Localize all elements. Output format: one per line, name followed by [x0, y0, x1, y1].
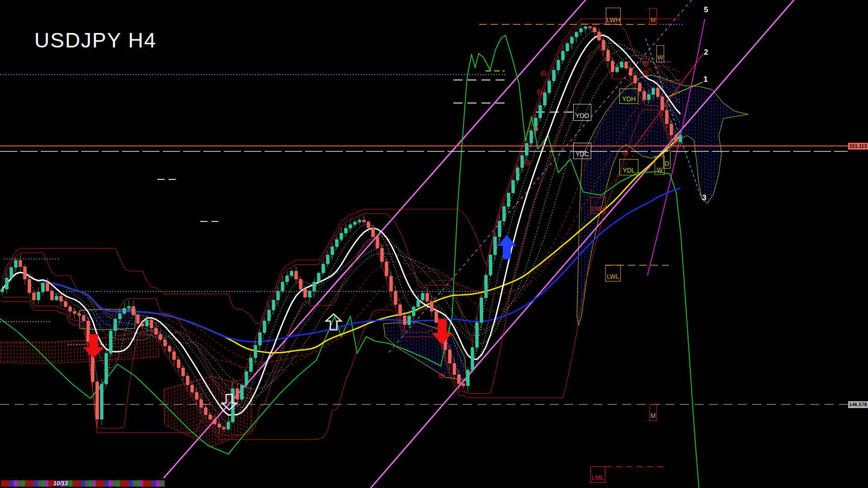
strip-block — [1, 480, 10, 487]
level-label-ydc-5[interactable]: YDC — [573, 143, 591, 159]
strip-block — [72, 480, 81, 487]
strip-block — [164, 480, 165, 487]
chart-canvas[interactable] — [0, 0, 868, 488]
level-label-m-11[interactable]: M — [649, 404, 657, 421]
level-label-m-1[interactable]: M — [649, 8, 657, 25]
strip-block — [10, 480, 14, 487]
strip-block — [34, 480, 38, 487]
strip-block — [69, 480, 72, 487]
strip-block — [45, 480, 48, 487]
signal-strip-label: 10/13 — [53, 480, 68, 487]
wave-number-2: 2 — [704, 48, 708, 57]
signal-pattern-strip — [1, 480, 165, 487]
level-label-lmh-9[interactable]: LMH — [590, 197, 605, 214]
strip-block — [108, 480, 112, 487]
lower-price-badge: 146.578 — [848, 401, 868, 408]
strip-block — [105, 480, 108, 487]
strip-block — [129, 480, 132, 487]
level-label-d-8[interactable]: D — [663, 150, 670, 169]
strip-block — [96, 480, 105, 487]
chart-window: USDJPY H4 151.113 146.578 10/13 LWHMWYDH… — [0, 0, 868, 488]
strip-block — [112, 480, 117, 487]
strip-block — [120, 480, 129, 487]
strip-block — [89, 480, 92, 487]
strip-block — [137, 480, 140, 487]
level-label-w-2[interactable]: W — [656, 45, 664, 62]
level-label-ydh-3[interactable]: YDH — [619, 89, 638, 104]
level-label-lml-12[interactable]: LML — [590, 466, 605, 483]
strip-block — [156, 480, 160, 487]
strip-block — [81, 480, 85, 487]
strip-block — [42, 480, 45, 487]
buy-arrow-icon[interactable] — [498, 235, 516, 259]
strip-block — [143, 480, 152, 487]
level-label-lwl-10[interactable]: LWL — [605, 265, 621, 282]
strip-block — [152, 480, 156, 487]
strip-block — [92, 480, 96, 487]
strip-block — [25, 480, 34, 487]
chart-symbol-title: USDJPY H4 — [34, 28, 156, 52]
strip-block — [85, 480, 89, 487]
level-label-ydl-6[interactable]: YDL — [619, 159, 638, 175]
level-label-ydo-4[interactable]: YDO — [573, 104, 591, 121]
strip-block — [14, 480, 17, 487]
current-price-badge: 151.113 — [848, 143, 868, 150]
wave-number-1: 1 — [703, 75, 708, 84]
strip-block — [140, 480, 143, 487]
strip-block — [38, 480, 42, 487]
strip-block — [17, 480, 22, 487]
strip-block — [160, 480, 164, 487]
strip-block — [117, 480, 120, 487]
wave-number-5: 5 — [704, 5, 708, 14]
level-label-lwh-0[interactable]: LWH — [606, 8, 621, 25]
wave-number-3: 3 — [702, 193, 706, 202]
strip-block — [132, 480, 137, 487]
strip-block — [22, 480, 25, 487]
